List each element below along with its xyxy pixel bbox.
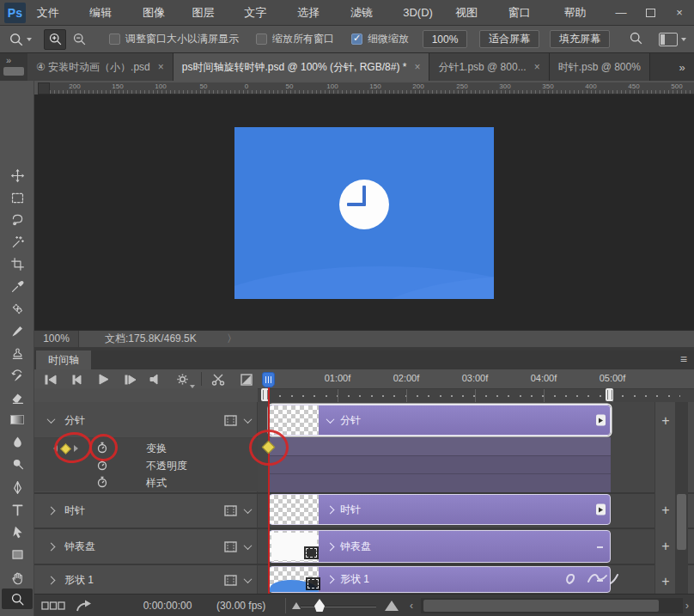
window-maximize-button[interactable] [636, 0, 665, 26]
close-icon[interactable]: × [158, 61, 164, 73]
zoom-percentage-field[interactable]: 100% [423, 30, 467, 48]
search-button[interactable] [629, 31, 643, 48]
clip-minute-hand[interactable]: 分针 [269, 405, 611, 436]
tab-document-2-active[interactable]: ps时间轴旋转时钟.psd @ 100% (分针, RGB/8#) * × [174, 53, 430, 81]
menu-file[interactable]: 文件(F) [26, 0, 78, 26]
playhead[interactable] [262, 372, 275, 387]
layer-row-clock-dial[interactable]: 钟表盘 [34, 531, 258, 562]
expand-icon[interactable] [326, 576, 335, 584]
render-video-button[interactable] [76, 595, 93, 616]
zoom-tool-button-selected[interactable] [2, 589, 33, 609]
keyframe-diamond-icon[interactable] [60, 443, 71, 454]
timeline-zoom-slider-thumb[interactable] [314, 599, 325, 612]
menu-type[interactable]: 文字(Y) [233, 0, 286, 26]
collapse-icon[interactable] [326, 415, 335, 424]
brush-tool-button[interactable] [0, 320, 34, 341]
transition-button[interactable] [237, 372, 256, 387]
tab-document-4[interactable]: 时针.psb @ 800% [550, 53, 650, 81]
panel-dock-collapsed[interactable]: » [0, 53, 27, 81]
layer-row-minute-hand[interactable]: 分针 [34, 404, 258, 436]
menu-3d[interactable]: 3D(D) [392, 0, 444, 26]
previous-keyframe-icon[interactable] [53, 445, 58, 452]
frames-strip[interactable] [258, 388, 694, 402]
eraser-tool-button[interactable] [0, 387, 34, 408]
first-frame-button[interactable] [41, 372, 60, 387]
zoom-in-button[interactable] [44, 29, 66, 50]
clip-clock-dial[interactable]: 钟表盘 [269, 530, 611, 563]
timeline-tab[interactable]: 时间轴 [36, 351, 91, 369]
healing-brush-tool-button[interactable] [0, 298, 34, 319]
menu-view[interactable]: 视图(V) [444, 0, 497, 26]
status-zoom-level[interactable]: 100% [34, 331, 79, 348]
chevron-down-icon[interactable] [244, 575, 253, 583]
edit-toolbar-button[interactable] [0, 610, 34, 616]
property-row-opacity[interactable]: 不透明度 [34, 457, 258, 474]
fill-screen-button[interactable]: 填充屏幕 [550, 30, 610, 48]
split-clip-button[interactable] [209, 372, 228, 387]
property-row-transform[interactable]: 变换 [34, 440, 258, 457]
collapse-icon[interactable] [47, 415, 56, 424]
close-icon[interactable]: × [534, 61, 540, 73]
scrubby-zoom-checkbox[interactable]: 细微缩放 [351, 32, 409, 46]
menu-window[interactable]: 窗口(W) [497, 0, 553, 26]
current-timecode[interactable]: 0:00:00:00 [125, 595, 210, 616]
blur-tool-button[interactable] [0, 431, 34, 452]
expand-icon[interactable] [326, 542, 335, 551]
clone-stamp-tool-button[interactable] [0, 343, 34, 363]
panel-menu-icon[interactable]: ≡ [680, 351, 687, 369]
scrollbar-thumb[interactable] [677, 494, 686, 550]
clip-hour-hand[interactable]: 时针 [269, 494, 611, 525]
work-area-end-handle[interactable] [606, 388, 613, 401]
dodge-tool-button[interactable] [0, 454, 34, 474]
audio-mute-button[interactable] [146, 372, 165, 387]
expand-icon[interactable] [47, 542, 56, 551]
scroll-right-button[interactable]: › [685, 595, 689, 616]
fit-screen-button[interactable]: 适合屏幕 [479, 30, 539, 48]
status-options-chevron[interactable]: 〉 [227, 331, 237, 347]
ruler-origin-corner[interactable] [38, 82, 50, 95]
add-media-button[interactable]: + [655, 575, 676, 589]
convert-to-frame-animation-button[interactable] [41, 595, 65, 616]
chevron-down-icon[interactable] [244, 541, 253, 550]
eyedropper-tool-button[interactable] [0, 276, 34, 296]
shape-tool-button[interactable] [0, 544, 34, 564]
tab-document-1[interactable]: ④ 安装时动画（小）.psd × [27, 53, 174, 81]
move-tool-button[interactable] [0, 165, 34, 186]
stopwatch-icon[interactable] [96, 442, 108, 456]
horizontal-ruler[interactable]: 200 150 100 50 0 50 100 150 200 250 300 … [50, 82, 694, 95]
history-brush-tool-button[interactable] [0, 365, 34, 386]
menu-layer[interactable]: 图层(L) [181, 0, 234, 26]
menu-select[interactable]: 选择(S) [286, 0, 339, 26]
menu-image[interactable]: 图像(I) [131, 0, 181, 26]
timeline-settings-button[interactable] [173, 372, 192, 387]
zoom-all-windows-checkbox[interactable]: 缩放所有窗口 [256, 32, 334, 46]
menu-help[interactable]: 帮助(H) [553, 0, 606, 26]
type-tool-button[interactable] [0, 499, 34, 520]
add-media-button[interactable]: + [655, 540, 676, 553]
expand-icon[interactable] [47, 576, 56, 584]
scrollbar-thumb[interactable] [423, 600, 659, 612]
stopwatch-icon[interactable] [96, 459, 108, 473]
clip-shape-1[interactable]: 形状 1 [269, 566, 611, 593]
marquee-tool-button[interactable] [0, 187, 34, 208]
path-selection-tool-button[interactable] [0, 521, 34, 542]
property-row-style[interactable]: 样式 [34, 474, 258, 491]
timeline-horizontal-scrollbar[interactable] [421, 598, 683, 613]
zoom-out-button[interactable] [68, 29, 90, 50]
quick-selection-tool-button[interactable] [0, 231, 34, 252]
keyframe-navigator[interactable] [53, 445, 78, 453]
canvas-workspace[interactable] [34, 95, 694, 330]
timeline-vertical-scrollbar[interactable] [675, 402, 688, 594]
chevron-down-icon[interactable] [244, 415, 253, 424]
close-icon[interactable]: × [414, 61, 420, 73]
window-close-button[interactable]: × [665, 0, 694, 26]
lasso-tool-button[interactable] [0, 209, 34, 229]
play-button[interactable] [94, 372, 113, 387]
gradient-tool-button[interactable] [0, 409, 34, 430]
layer-row-shape-1[interactable]: 形状 1 [34, 567, 258, 593]
tab-overflow-button[interactable]: » [670, 53, 694, 81]
zoom-out-timeline-button[interactable] [292, 595, 301, 616]
stopwatch-icon[interactable] [96, 476, 108, 491]
timeline-zoom-slider[interactable] [301, 606, 376, 607]
document-canvas[interactable] [234, 127, 494, 299]
